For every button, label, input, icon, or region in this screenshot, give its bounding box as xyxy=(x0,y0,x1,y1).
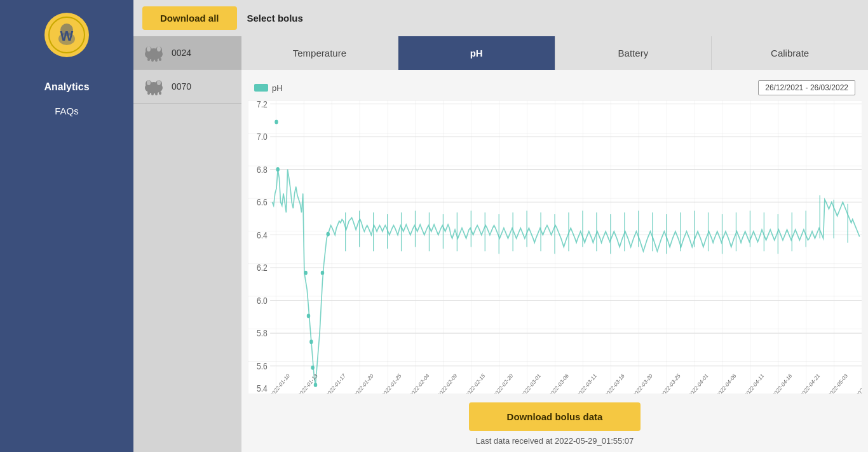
svg-text:6.2: 6.2 xyxy=(257,263,268,273)
svg-text:5.4: 5.4 xyxy=(257,383,268,394)
tab-battery[interactable]: Battery xyxy=(555,36,712,70)
chart-svg: 7.2 7.0 6.8 6.6 6.4 6.2 6.0 5.8 5.6 5.4 xyxy=(248,100,862,394)
svg-point-51 xyxy=(326,232,329,236)
chart-bottom: Download bolus data Last data received a… xyxy=(241,394,868,452)
svg-rect-17 xyxy=(151,92,154,95)
select-bolus-label: Select bolus xyxy=(247,13,303,24)
sidebar-item-faqs[interactable]: FAQs xyxy=(0,99,133,123)
bolus-id-0070: 0070 xyxy=(172,81,191,92)
last-data-text: Last data received at 2022-05-29_01:55:0… xyxy=(476,436,634,446)
svg-text:6.6: 6.6 xyxy=(257,197,268,207)
sidebar-item-analytics[interactable]: Analytics xyxy=(0,75,133,99)
topbar: Download all Select bolus xyxy=(133,0,868,36)
svg-rect-8 xyxy=(151,58,154,62)
tab-ph[interactable]: pH xyxy=(398,36,555,70)
svg-text:6.8: 6.8 xyxy=(257,165,268,175)
bolus-item-0070[interactable]: 0070 xyxy=(133,70,241,104)
bolus-id-0024: 0024 xyxy=(172,48,191,58)
bolus-list: 0024 0070 xyxy=(133,36,241,452)
main-content: Download all Select bolus 0024 xyxy=(133,0,868,452)
tab-calibrate[interactable]: Calibrate xyxy=(712,36,868,70)
svg-rect-7 xyxy=(147,58,150,61)
cow-icon-0070 xyxy=(142,78,165,95)
svg-text:6.4: 6.4 xyxy=(257,230,268,240)
svg-point-11 xyxy=(147,46,151,51)
svg-point-46 xyxy=(307,314,310,318)
svg-point-12 xyxy=(157,46,161,51)
date-range-display: 26/12/2021 - 26/03/2022 xyxy=(758,80,855,95)
svg-point-48 xyxy=(311,366,314,370)
content-area: 0024 0070 Temper xyxy=(133,36,868,452)
download-all-button[interactable]: Download all xyxy=(142,6,237,30)
tab-temperature[interactable]: Temperature xyxy=(241,36,398,70)
sidebar-nav: Analytics FAQs xyxy=(0,75,133,123)
chart-area: Temperature pH Battery Calibrate pH 26/1… xyxy=(241,36,868,452)
chart-container: pH 26/12/2021 - 26/03/2022 xyxy=(241,70,868,394)
chart-svg-wrapper: 7.2 7.0 6.8 6.6 6.4 6.2 6.0 5.8 5.6 5.4 xyxy=(248,100,862,394)
logo: W xyxy=(44,13,89,57)
svg-text:7.2: 7.2 xyxy=(257,100,268,109)
svg-point-3 xyxy=(58,32,75,45)
svg-rect-16 xyxy=(147,92,150,95)
svg-point-21 xyxy=(157,80,161,85)
svg-point-49 xyxy=(314,383,317,387)
tabs: Temperature pH Battery Calibrate xyxy=(241,36,868,70)
svg-point-45 xyxy=(304,271,307,275)
svg-text:6.0: 6.0 xyxy=(257,296,268,306)
cow-icon-0024 xyxy=(142,44,165,62)
chart-legend: pH xyxy=(254,83,283,93)
svg-rect-19 xyxy=(159,92,161,95)
svg-text:5.8: 5.8 xyxy=(257,328,268,338)
svg-rect-9 xyxy=(155,58,158,62)
svg-rect-18 xyxy=(155,92,158,95)
svg-point-43 xyxy=(275,120,278,125)
download-bolus-button[interactable]: Download bolus data xyxy=(469,402,641,431)
legend-color-swatch xyxy=(254,84,268,92)
svg-point-50 xyxy=(321,271,324,275)
svg-point-47 xyxy=(309,339,313,344)
svg-text:7.0: 7.0 xyxy=(257,132,268,142)
svg-point-44 xyxy=(276,167,279,172)
svg-text:5.6: 5.6 xyxy=(257,361,268,371)
svg-rect-10 xyxy=(159,58,161,61)
chart-header: pH 26/12/2021 - 26/03/2022 xyxy=(248,80,862,95)
bolus-item-0024[interactable]: 0024 xyxy=(133,36,241,70)
legend-label: pH xyxy=(272,83,283,93)
svg-point-20 xyxy=(147,80,151,85)
sidebar: W Analytics FAQs xyxy=(0,0,133,452)
